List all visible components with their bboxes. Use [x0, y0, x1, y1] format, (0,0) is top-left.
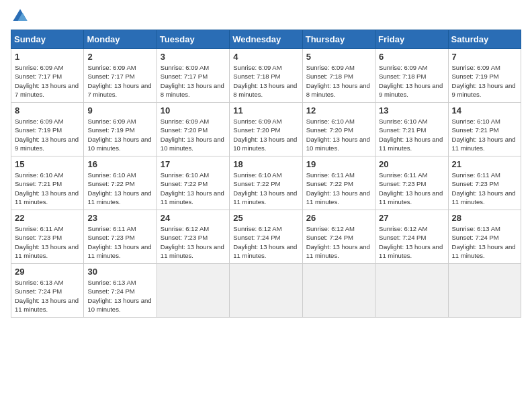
day-number: 10 — [161, 105, 226, 116]
calendar-body: 1 Sunrise: 6:09 AM Sunset: 7:17 PM Dayli… — [11, 49, 521, 318]
calendar-cell: 26 Sunrise: 6:12 AM Sunset: 7:24 PM Dayl… — [302, 210, 375, 264]
day-number: 11 — [233, 105, 298, 116]
day-number: 24 — [161, 213, 226, 223]
day-info: Sunrise: 6:10 AM Sunset: 7:22 PM Dayligh… — [233, 171, 298, 206]
calendar-week-5: 29 Sunrise: 6:13 AM Sunset: 7:24 PM Dayl… — [11, 264, 521, 318]
day-number: 8 — [15, 105, 80, 116]
day-info: Sunrise: 6:09 AM Sunset: 7:20 PM Dayligh… — [161, 117, 226, 152]
day-info: Sunrise: 6:11 AM Sunset: 7:23 PM Dayligh… — [379, 171, 444, 206]
calendar-cell: 10 Sunrise: 6:09 AM Sunset: 7:20 PM Dayl… — [157, 103, 229, 156]
day-number: 15 — [15, 159, 80, 169]
calendar-cell: 27 Sunrise: 6:12 AM Sunset: 7:24 PM Dayl… — [375, 210, 448, 264]
day-number: 29 — [15, 267, 80, 277]
day-number: 4 — [233, 52, 298, 62]
calendar-cell: 11 Sunrise: 6:09 AM Sunset: 7:20 PM Dayl… — [230, 103, 302, 156]
day-info: Sunrise: 6:10 AM Sunset: 7:20 PM Dayligh… — [306, 117, 371, 152]
calendar-cell: 1 Sunrise: 6:09 AM Sunset: 7:17 PM Dayli… — [11, 49, 84, 103]
day-number: 1 — [15, 52, 80, 62]
calendar-header: SundayMondayTuesdayWednesdayThursdayFrid… — [11, 30, 521, 49]
logo-icon — [11, 7, 30, 26]
calendar-cell: 21 Sunrise: 6:11 AM Sunset: 7:23 PM Dayl… — [448, 156, 521, 210]
calendar-cell: 24 Sunrise: 6:12 AM Sunset: 7:23 PM Dayl… — [157, 210, 229, 264]
calendar-cell — [157, 264, 229, 318]
day-number: 23 — [87, 213, 152, 223]
calendar-cell: 3 Sunrise: 6:09 AM Sunset: 7:17 PM Dayli… — [157, 49, 229, 103]
day-number: 16 — [87, 159, 152, 169]
day-info: Sunrise: 6:12 AM Sunset: 7:23 PM Dayligh… — [161, 224, 226, 260]
day-header-saturday: Saturday — [448, 30, 521, 49]
day-number: 14 — [452, 105, 517, 116]
calendar-cell: 17 Sunrise: 6:10 AM Sunset: 7:22 PM Dayl… — [157, 156, 229, 210]
calendar-cell: 8 Sunrise: 6:09 AM Sunset: 7:19 PM Dayli… — [11, 103, 84, 156]
day-number: 21 — [452, 159, 517, 169]
calendar-cell: 16 Sunrise: 6:10 AM Sunset: 7:22 PM Dayl… — [84, 156, 157, 210]
day-number: 13 — [379, 105, 444, 116]
day-header-wednesday: Wednesday — [230, 30, 302, 49]
day-info: Sunrise: 6:11 AM Sunset: 7:23 PM Dayligh… — [452, 171, 517, 206]
calendar-cell: 2 Sunrise: 6:09 AM Sunset: 7:17 PM Dayli… — [84, 49, 157, 103]
day-number: 6 — [379, 52, 444, 62]
day-info: Sunrise: 6:10 AM Sunset: 7:21 PM Dayligh… — [452, 117, 517, 152]
day-number: 2 — [87, 52, 152, 62]
calendar: SundayMondayTuesdayWednesdayThursdayFrid… — [11, 30, 521, 318]
day-info: Sunrise: 6:09 AM Sunset: 7:20 PM Dayligh… — [233, 117, 298, 152]
day-header-monday: Monday — [84, 30, 157, 49]
day-info: Sunrise: 6:09 AM Sunset: 7:19 PM Dayligh… — [452, 63, 517, 99]
page: SundayMondayTuesdayWednesdayThursdayFrid… — [0, 0, 532, 411]
day-info: Sunrise: 6:11 AM Sunset: 7:23 PM Dayligh… — [87, 224, 152, 260]
calendar-cell: 9 Sunrise: 6:09 AM Sunset: 7:19 PM Dayli… — [84, 103, 157, 156]
day-info: Sunrise: 6:09 AM Sunset: 7:17 PM Dayligh… — [87, 63, 152, 99]
day-number: 3 — [161, 52, 226, 62]
header-row: SundayMondayTuesdayWednesdayThursdayFrid… — [11, 30, 521, 49]
calendar-cell: 29 Sunrise: 6:13 AM Sunset: 7:24 PM Dayl… — [11, 264, 84, 318]
calendar-cell — [302, 264, 375, 318]
calendar-week-1: 1 Sunrise: 6:09 AM Sunset: 7:17 PM Dayli… — [11, 49, 521, 103]
day-info: Sunrise: 6:12 AM Sunset: 7:24 PM Dayligh… — [306, 224, 371, 260]
day-info: Sunrise: 6:09 AM Sunset: 7:18 PM Dayligh… — [233, 63, 298, 99]
day-number: 30 — [87, 267, 152, 277]
day-info: Sunrise: 6:12 AM Sunset: 7:24 PM Dayligh… — [233, 224, 298, 260]
day-info: Sunrise: 6:09 AM Sunset: 7:19 PM Dayligh… — [15, 117, 80, 152]
calendar-cell: 12 Sunrise: 6:10 AM Sunset: 7:20 PM Dayl… — [302, 103, 375, 156]
day-number: 7 — [452, 52, 517, 62]
day-number: 28 — [452, 213, 517, 223]
calendar-cell: 23 Sunrise: 6:11 AM Sunset: 7:23 PM Dayl… — [84, 210, 157, 264]
day-number: 12 — [306, 105, 371, 116]
calendar-cell: 4 Sunrise: 6:09 AM Sunset: 7:18 PM Dayli… — [230, 49, 302, 103]
calendar-cell — [448, 264, 521, 318]
calendar-cell: 15 Sunrise: 6:10 AM Sunset: 7:21 PM Dayl… — [11, 156, 84, 210]
calendar-cell: 13 Sunrise: 6:10 AM Sunset: 7:21 PM Dayl… — [375, 103, 448, 156]
day-number: 20 — [379, 159, 444, 169]
day-info: Sunrise: 6:09 AM Sunset: 7:17 PM Dayligh… — [161, 63, 226, 99]
calendar-cell: 25 Sunrise: 6:12 AM Sunset: 7:24 PM Dayl… — [230, 210, 302, 264]
header — [11, 7, 521, 26]
day-info: Sunrise: 6:11 AM Sunset: 7:23 PM Dayligh… — [15, 224, 80, 260]
day-info: Sunrise: 6:10 AM Sunset: 7:22 PM Dayligh… — [161, 171, 226, 206]
day-info: Sunrise: 6:10 AM Sunset: 7:22 PM Dayligh… — [87, 171, 152, 206]
day-info: Sunrise: 6:13 AM Sunset: 7:24 PM Dayligh… — [452, 224, 517, 260]
day-info: Sunrise: 6:10 AM Sunset: 7:21 PM Dayligh… — [15, 171, 80, 206]
day-number: 25 — [233, 213, 298, 223]
day-number: 26 — [306, 213, 371, 223]
day-number: 9 — [87, 105, 152, 116]
calendar-cell: 18 Sunrise: 6:10 AM Sunset: 7:22 PM Dayl… — [230, 156, 302, 210]
day-info: Sunrise: 6:09 AM Sunset: 7:18 PM Dayligh… — [306, 63, 371, 99]
day-number: 17 — [161, 159, 226, 169]
day-info: Sunrise: 6:09 AM Sunset: 7:18 PM Dayligh… — [379, 63, 444, 99]
calendar-cell: 5 Sunrise: 6:09 AM Sunset: 7:18 PM Dayli… — [302, 49, 375, 103]
day-header-tuesday: Tuesday — [157, 30, 229, 49]
calendar-cell: 28 Sunrise: 6:13 AM Sunset: 7:24 PM Dayl… — [448, 210, 521, 264]
calendar-week-3: 15 Sunrise: 6:10 AM Sunset: 7:21 PM Dayl… — [11, 156, 521, 210]
day-header-friday: Friday — [375, 30, 448, 49]
day-info: Sunrise: 6:09 AM Sunset: 7:19 PM Dayligh… — [87, 117, 152, 152]
calendar-week-2: 8 Sunrise: 6:09 AM Sunset: 7:19 PM Dayli… — [11, 103, 521, 156]
calendar-cell: 7 Sunrise: 6:09 AM Sunset: 7:19 PM Dayli… — [448, 49, 521, 103]
calendar-cell — [230, 264, 302, 318]
day-info: Sunrise: 6:13 AM Sunset: 7:24 PM Dayligh… — [87, 278, 152, 314]
day-info: Sunrise: 6:11 AM Sunset: 7:22 PM Dayligh… — [306, 171, 371, 206]
day-number: 27 — [379, 213, 444, 223]
day-info: Sunrise: 6:09 AM Sunset: 7:17 PM Dayligh… — [15, 63, 80, 99]
calendar-cell: 14 Sunrise: 6:10 AM Sunset: 7:21 PM Dayl… — [448, 103, 521, 156]
day-header-sunday: Sunday — [11, 30, 84, 49]
calendar-cell: 20 Sunrise: 6:11 AM Sunset: 7:23 PM Dayl… — [375, 156, 448, 210]
